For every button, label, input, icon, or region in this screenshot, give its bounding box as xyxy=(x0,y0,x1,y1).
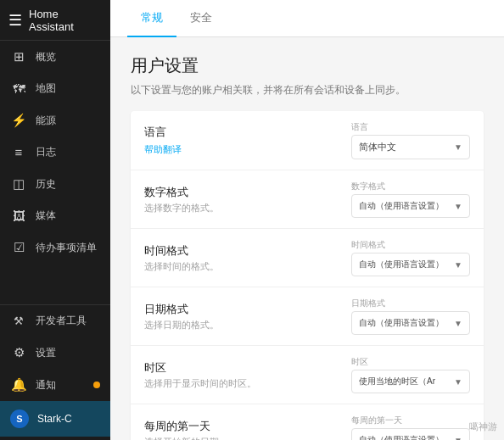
setting-row-number-format: 数字格式 选择数字的格式。 数字格式 自动（使用语言设置） ▼ xyxy=(131,170,484,229)
notification-dot xyxy=(93,382,100,388)
tab-security[interactable]: 安全 xyxy=(176,0,226,37)
tabs-bar: 常规 安全 xyxy=(110,0,504,37)
media-icon: 🖼 xyxy=(10,209,27,223)
todo-icon: ☑ xyxy=(10,240,27,255)
sidebar-item-user[interactable]: S Stark-C xyxy=(0,401,110,437)
setting-label-timezone: 时区 xyxy=(144,360,341,376)
sidebar-item-todo[interactable]: ☑ 待办事项清单 xyxy=(0,231,110,264)
setting-info-number-format: 数字格式 选择数字的格式。 xyxy=(144,185,341,214)
sidebar-label-devtools: 开发者工具 xyxy=(36,314,87,328)
energy-icon: ⚡ xyxy=(10,113,27,128)
sidebar-bottom: ⚒ 开发者工具 ⚙ 设置 🔔 通知 S Stark-C xyxy=(0,304,110,440)
app-title: Home Assistant xyxy=(29,8,102,33)
select-firstday[interactable]: 自动（使用语言设置） ▼ xyxy=(351,428,470,440)
setting-control-firstday: 每周的第一天 自动（使用语言设置） ▼ xyxy=(351,415,470,440)
setting-label-time: 时间格式 xyxy=(144,243,341,259)
sidebar-label-todo: 待办事项清单 xyxy=(36,241,97,255)
setting-row-date-format: 日期格式 选择日期的格式。 日期格式 自动（使用语言设置） ▼ xyxy=(131,287,484,346)
setting-row-language: 语言 帮助翻译 语言 简体中文 ▼ xyxy=(131,111,484,170)
tab-general[interactable]: 常规 xyxy=(127,0,176,37)
select-top-number: 数字格式 xyxy=(351,181,470,192)
sidebar-label-energy: 能源 xyxy=(36,114,56,128)
user-settings-desc: 以下设置与您的账户相关联，并将在所有会话和设备上同步。 xyxy=(131,82,484,97)
setting-sub-number: 选择数字的格式。 xyxy=(144,202,341,214)
select-top-firstday: 每周的第一天 xyxy=(351,415,470,426)
sidebar-nav: ⊞ 概览 🗺 地图 ⚡ 能源 ≡ 日志 ◫ 历史 🖼 媒体 ☑ 待办事项清单 xyxy=(0,41,110,304)
select-value-number: 自动（使用语言设置） xyxy=(359,200,444,212)
history-icon: ◫ xyxy=(10,176,27,192)
setting-link-language[interactable]: 帮助翻译 xyxy=(144,144,182,154)
setting-label-date: 日期格式 xyxy=(144,302,341,317)
sidebar-item-energy[interactable]: ⚡ 能源 xyxy=(0,104,110,136)
sidebar-label-map: 地图 xyxy=(36,81,56,96)
setting-label-number: 数字格式 xyxy=(144,185,341,200)
select-value-firstday: 自动（使用语言设置） xyxy=(359,434,444,440)
setting-info-time: 时间格式 选择时间的格式。 xyxy=(144,243,341,273)
sidebar-label-overview: 概览 xyxy=(36,50,56,64)
setting-control-number: 数字格式 自动（使用语言设置） ▼ xyxy=(351,181,470,218)
user-settings-card: 语言 帮助翻译 语言 简体中文 ▼ 数字格式 选择数字的格式。 xyxy=(131,111,484,440)
sidebar-item-history[interactable]: ◫ 历史 xyxy=(0,168,110,200)
sidebar-label-notify: 通知 xyxy=(36,378,56,393)
setting-sub-timezone: 选择用于显示时间的时区。 xyxy=(144,377,341,390)
select-top-time: 时间格式 xyxy=(351,239,470,251)
setting-label-firstday: 每周的第一天 xyxy=(144,419,341,434)
setting-sub-time: 选择时间的格式。 xyxy=(144,260,341,273)
setting-control-language: 语言 简体中文 ▼ xyxy=(351,121,470,159)
select-timezone[interactable]: 使用当地的时区（Ar ▼ xyxy=(351,370,470,393)
select-language[interactable]: 简体中文 ▼ xyxy=(351,135,470,159)
chevron-down-icon: ▼ xyxy=(454,436,462,441)
chevron-down-icon: ▼ xyxy=(454,377,462,387)
setting-row-time-format: 时间格式 选择时间的格式。 时间格式 自动（使用语言设置） ▼ xyxy=(131,229,484,287)
select-date-format[interactable]: 自动（使用语言设置） ▼ xyxy=(351,311,470,335)
setting-info-date: 日期格式 选择日期的格式。 xyxy=(144,302,341,331)
setting-row-timezone: 时区 选择用于显示时间的时区。 时区 使用当地的时区（Ar ▼ xyxy=(131,346,484,404)
sidebar-label-user: Stark-C xyxy=(37,413,72,425)
sidebar-item-map[interactable]: 🗺 地图 xyxy=(0,73,110,104)
overview-icon: ⊞ xyxy=(10,49,27,64)
select-time-format[interactable]: 自动（使用语言设置） ▼ xyxy=(351,253,470,276)
select-top-timezone: 时区 xyxy=(351,356,470,368)
menu-icon[interactable]: ☰ xyxy=(8,11,22,30)
user-settings-title: 用户设置 xyxy=(131,54,484,77)
setting-control-timezone: 时区 使用当地的时区（Ar ▼ xyxy=(351,356,470,393)
setting-label-language: 语言 xyxy=(144,125,341,140)
chevron-down-icon: ▼ xyxy=(454,202,462,211)
user-avatar: S xyxy=(10,409,29,428)
sidebar-item-notify[interactable]: 🔔 通知 xyxy=(0,369,110,401)
chevron-down-icon: ▼ xyxy=(454,319,462,328)
chevron-down-icon: ▼ xyxy=(454,142,462,152)
devtools-icon: ⚒ xyxy=(10,315,27,327)
settings-content: 用户设置 以下设置与您的账户相关联，并将在所有会话和设备上同步。 语言 帮助翻译… xyxy=(110,37,504,440)
map-icon: 🗺 xyxy=(10,81,27,96)
sidebar-header: ☰ Home Assistant xyxy=(0,0,110,41)
sidebar-item-overview[interactable]: ⊞ 概览 xyxy=(0,41,110,73)
setting-info-language: 语言 帮助翻译 xyxy=(144,125,341,156)
sidebar-label-settings: 设置 xyxy=(36,346,56,360)
sidebar-label-media: 媒体 xyxy=(36,209,56,223)
sidebar-item-settings[interactable]: ⚙ 设置 xyxy=(0,337,110,369)
main-content: 常规 安全 用户设置 以下设置与您的账户相关联，并将在所有会话和设备上同步。 语… xyxy=(110,0,504,440)
setting-info-firstday: 每周的第一天 选择开始新的日期。 xyxy=(144,419,341,441)
sidebar-item-devtools[interactable]: ⚒ 开发者工具 xyxy=(0,305,110,337)
sidebar-label-history: 历史 xyxy=(36,177,56,192)
notify-icon: 🔔 xyxy=(10,377,27,393)
log-icon: ≡ xyxy=(10,145,27,159)
select-top-date: 日期格式 xyxy=(351,298,470,309)
setting-row-firstday: 每周的第一天 选择开始新的日期。 每周的第一天 自动（使用语言设置） ▼ xyxy=(131,404,484,440)
select-value-time: 自动（使用语言设置） xyxy=(359,259,444,270)
sidebar-item-media[interactable]: 🖼 媒体 xyxy=(0,200,110,231)
setting-control-date: 日期格式 自动（使用语言设置） ▼ xyxy=(351,298,470,335)
settings-icon: ⚙ xyxy=(10,345,27,360)
setting-info-timezone: 时区 选择用于显示时间的时区。 xyxy=(144,360,341,390)
setting-sub-date: 选择日期的格式。 xyxy=(144,319,341,331)
select-top-language: 语言 xyxy=(351,121,470,133)
select-value-language: 简体中文 xyxy=(359,141,396,153)
sidebar-label-log: 日志 xyxy=(36,145,56,159)
setting-control-time: 时间格式 自动（使用语言设置） ▼ xyxy=(351,239,470,276)
select-number-format[interactable]: 自动（使用语言设置） ▼ xyxy=(351,194,470,218)
setting-sub-firstday: 选择开始新的日期。 xyxy=(144,436,341,441)
select-value-timezone: 使用当地的时区（Ar xyxy=(359,376,435,387)
sidebar-item-log[interactable]: ≡ 日志 xyxy=(0,136,110,168)
chevron-down-icon: ▼ xyxy=(454,260,462,270)
